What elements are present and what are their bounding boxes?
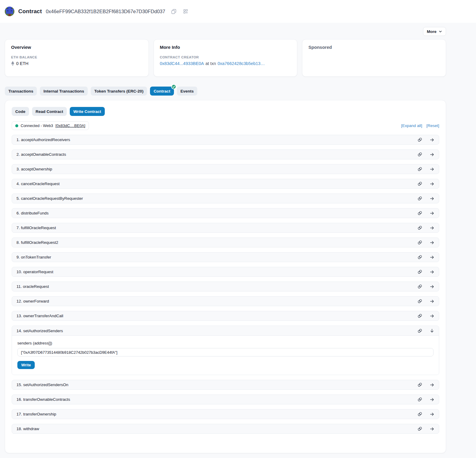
creation-txn-link[interactable]: 0xa7662428c3b5eb13… (218, 61, 265, 66)
collapse-function-button[interactable] (430, 328, 434, 333)
function-row-2-acceptownablecontracts[interactable]: 2. acceptOwnableContracts (12, 149, 439, 159)
subtab-code[interactable]: Code (12, 107, 29, 116)
tab-token-transfers-erc-20[interactable]: Token Transfers (ERC-20) (91, 87, 147, 96)
function-row-15-setauthorizedsenderson[interactable]: 15. setAuthorizedSendersOn (12, 380, 439, 390)
arrow-right-icon (430, 152, 434, 157)
function-row-5-canceloraclerequestbyrequester[interactable]: 5. cancelOracleRequestByRequester (12, 194, 439, 203)
tab-transactions[interactable]: Transactions (5, 87, 37, 96)
function-permalink-button[interactable] (417, 299, 422, 304)
function-row-18-withdraw[interactable]: 18. withdraw (12, 424, 439, 434)
eth-balance-label: ETH BALANCE (11, 55, 143, 59)
function-row-14-setauthorizedsenders[interactable]: 14. setAuthorizedSenders (12, 326, 439, 336)
function-permalink-button[interactable] (417, 240, 422, 245)
expand-function-button[interactable] (430, 167, 434, 172)
permalink-icon (417, 299, 422, 304)
permalink-icon (417, 211, 422, 216)
parameter-label: senders (address[]) (17, 341, 433, 345)
function-permalink-button[interactable] (417, 412, 422, 417)
expand-function-button[interactable] (430, 383, 434, 387)
expand-all-link[interactable]: [Expand all] (401, 123, 422, 128)
connected-wallet-link[interactable]: [0x83dC....BE0A] (55, 123, 85, 128)
function-permalink-button[interactable] (417, 313, 422, 318)
copy-address-icon[interactable] (171, 8, 177, 14)
function-row-17-transferownership[interactable]: 17. transferOwnership (12, 409, 439, 419)
function-permalink-button[interactable] (417, 152, 422, 157)
function-permalink-button[interactable] (417, 269, 422, 274)
function-label: 7. fulfillOracleRequest (16, 226, 56, 230)
function-row-7-fulfilloraclerequest[interactable]: 7. fulfillOracleRequest (12, 223, 439, 233)
arrow-right-icon (430, 167, 434, 172)
expand-function-button[interactable] (430, 211, 434, 216)
function-permalink-button[interactable] (417, 382, 422, 387)
function-permalink-button[interactable] (417, 196, 422, 201)
expand-function-button[interactable] (430, 255, 434, 260)
function-row-10-operatorrequest[interactable]: 10. operatorRequest (12, 267, 439, 277)
subtab-read-contract[interactable]: Read Contract (32, 107, 67, 116)
function-permalink-button[interactable] (417, 328, 422, 333)
more-button[interactable]: More (423, 27, 446, 36)
permalink-icon (417, 412, 422, 417)
function-permalink-button[interactable] (417, 284, 422, 289)
permalink-icon (417, 152, 422, 157)
function-permalink-button[interactable] (417, 167, 422, 172)
qr-code-icon[interactable] (183, 8, 189, 14)
function-row-1-acceptauthorizedreceivers[interactable]: 1. acceptAuthorizedReceivers (12, 135, 439, 145)
tab-events[interactable]: Events (177, 87, 197, 96)
function-row-4-canceloraclerequest[interactable]: 4. cancelOracleRequest (12, 179, 439, 189)
subtab-write-contract[interactable]: Write Contract (70, 107, 105, 116)
function-label: 11. oracleRequest (16, 284, 49, 289)
tab-contract[interactable]: Contract (150, 87, 174, 96)
expand-function-button[interactable] (430, 152, 434, 157)
expand-function-button[interactable] (430, 240, 434, 245)
function-permalink-button[interactable] (417, 397, 422, 402)
function-permalink-button[interactable] (417, 211, 422, 216)
function-row-6-distributefunds[interactable]: 6. distributeFunds (12, 208, 439, 218)
function-row-8-fulfilloraclerequest2[interactable]: 8. fulfillOracleRequest2 (12, 238, 439, 247)
page-title: Contract (18, 8, 42, 15)
page-header: Contract 0x46eFF99CAB332f1B2EB2Ff6813D67… (0, 0, 476, 23)
function-permalink-button[interactable] (417, 225, 422, 230)
function-label: 13. ownerTransferAndCall (16, 314, 63, 318)
expand-function-button[interactable] (430, 182, 434, 186)
function-row-11-oraclerequest[interactable]: 11. oracleRequest (12, 282, 439, 291)
expand-function-button[interactable] (430, 299, 434, 304)
function-item-expanded: 14. setAuthorizedSenderssenders (address… (12, 326, 439, 375)
expand-function-button[interactable] (430, 397, 434, 402)
expand-function-button[interactable] (430, 196, 434, 201)
functions-list: 1. acceptAuthorizedReceivers2. acceptOwn… (12, 135, 439, 434)
function-label: 4. cancelOracleRequest (16, 182, 60, 186)
expand-function-button[interactable] (430, 412, 434, 417)
parameter-input[interactable] (17, 348, 433, 356)
expand-function-button[interactable] (430, 314, 434, 318)
function-row-9-ontokentransfer[interactable]: 9. onTokenTransfer (12, 252, 439, 262)
function-row-12-ownerforward[interactable]: 12. ownerForward (12, 296, 439, 306)
connection-status-text: Connected - Web3 (21, 123, 53, 128)
function-permalink-button[interactable] (417, 255, 422, 260)
tab-internal-transactions[interactable]: Internal Transactions (40, 87, 88, 96)
permalink-icon (417, 426, 422, 431)
expand-function-button[interactable] (430, 137, 434, 142)
expand-function-button[interactable] (430, 284, 434, 289)
contract-subtabs: CodeRead ContractWrite Contract (12, 107, 439, 116)
arrow-down-icon (430, 328, 434, 333)
function-permalink-button[interactable] (417, 181, 422, 186)
reset-link[interactable]: [Reset] (426, 123, 439, 128)
function-row-3-acceptownership[interactable]: 3. acceptOwnership (12, 164, 439, 174)
function-permalink-button[interactable] (417, 426, 422, 431)
arrow-right-icon (430, 211, 434, 216)
expand-function-button[interactable] (430, 226, 434, 230)
creator-address-link[interactable]: 0x83dC44...4933BE0A (160, 61, 204, 66)
expand-function-button[interactable] (430, 270, 434, 274)
ethereum-icon (11, 61, 14, 66)
arrow-right-icon (430, 397, 434, 402)
function-permalink-button[interactable] (417, 137, 422, 142)
connected-dot-icon (15, 124, 18, 127)
function-row-16-transferownablecontracts[interactable]: 16. transferOwnableContracts (12, 394, 439, 404)
wallet-connection-status: Connected - Web3 [0x83dC....BE0A] (12, 121, 89, 130)
arrow-right-icon (430, 137, 434, 142)
overview-card: Overview ETH BALANCE 0 ETH (5, 39, 149, 77)
function-row-13-ownertransferandcall[interactable]: 13. ownerTransferAndCall (12, 311, 439, 321)
write-button[interactable]: Write (17, 361, 35, 369)
function-label: 16. transferOwnableContracts (16, 397, 70, 402)
expand-function-button[interactable] (430, 427, 434, 431)
